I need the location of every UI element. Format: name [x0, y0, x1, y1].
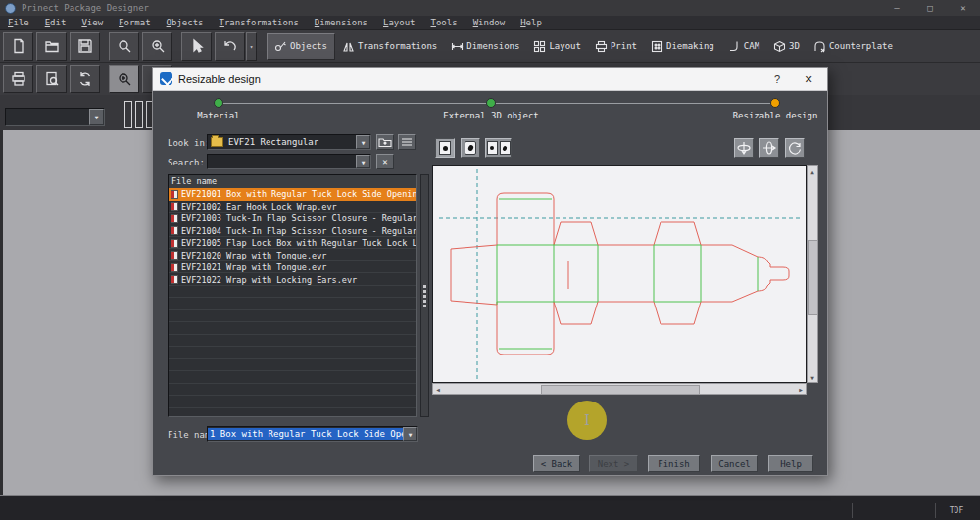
close-button[interactable]: ✕: [947, 0, 980, 16]
vertical-scroll-thumb[interactable]: [808, 240, 818, 315]
chevron-down-icon[interactable]: ▼: [356, 155, 370, 168]
select-tool-button[interactable]: [181, 32, 212, 61]
file-list-row[interactable]: EVF21004 Tuck-In Flap Scissor Closure - …: [169, 225, 416, 238]
maximize-button[interactable]: □: [913, 0, 947, 16]
menu-item[interactable]: Edit: [37, 18, 74, 27]
file-name-combobox[interactable]: 1 Box with Regular Tuck Lock Side Openin…: [207, 426, 418, 442]
file-list-row[interactable]: EVF21002 Ear Hook Lock Wrap.evr: [169, 201, 416, 213]
view-mode-2d-button[interactable]: [435, 138, 455, 158]
cam-icon: [728, 40, 741, 53]
rotate-z-button[interactable]: [785, 138, 805, 158]
dialog-close-button[interactable]: ✕: [798, 71, 819, 88]
menu-item[interactable]: View: [74, 18, 111, 27]
cancel-button[interactable]: Cancel: [711, 455, 758, 472]
scroll-down-icon[interactable]: ▼: [808, 372, 817, 382]
menu-item[interactable]: Transformations: [212, 18, 307, 27]
dialog-title: Resizable design: [178, 73, 261, 85]
new-file-button[interactable]: [3, 32, 33, 61]
search-combobox[interactable]: ▼: [207, 154, 371, 169]
file-name-input[interactable]: 1 Box with Regular Tuck Lock Side Openin…: [208, 428, 403, 440]
file-list-row[interactable]: EVF21005 Flap Lock Box with Regular Tuck…: [169, 237, 416, 250]
counterplate-icon: [813, 40, 826, 53]
refresh-button[interactable]: [70, 65, 100, 93]
chevron-down-icon[interactable]: ▼: [403, 427, 417, 441]
scroll-right-icon[interactable]: ▶: [796, 384, 806, 394]
chevron-down-icon[interactable]: ▼: [89, 109, 104, 125]
file-list-row[interactable]: EVF21021 Wrap with Tongue.evr: [169, 261, 416, 274]
refresh-icon: [77, 71, 93, 87]
folder-up-button[interactable]: [376, 134, 394, 150]
finish-button[interactable]: Finish: [648, 455, 700, 472]
menu-item[interactable]: File: [0, 18, 37, 27]
tab-3d[interactable]: 3D: [766, 33, 807, 60]
undo-dropdown-button[interactable]: ▾: [246, 32, 257, 61]
design-file-icon: [171, 202, 178, 211]
zoom-tool-button[interactable]: [142, 32, 172, 61]
file-list-header[interactable]: File name: [169, 175, 416, 189]
statusbar: TDF: [0, 495, 980, 520]
tab-transformations[interactable]: Transformations: [335, 33, 444, 60]
file-list-row[interactable]: EVF21022 Wrap with Locking Ears.evr: [169, 274, 416, 287]
rotate-y-button[interactable]: [760, 138, 779, 158]
design-file-icon: [171, 190, 178, 199]
help-button[interactable]: Help: [768, 455, 813, 472]
horizontal-scroll-thumb[interactable]: [541, 385, 700, 395]
menu-item[interactable]: Objects: [159, 18, 212, 27]
menu-item[interactable]: Help: [513, 18, 550, 27]
open-folder-icon: [44, 38, 60, 54]
view-mode-split-button[interactable]: [485, 138, 512, 158]
chevron-down-icon[interactable]: ▼: [356, 135, 370, 149]
zoom-in-button[interactable]: [109, 65, 139, 93]
printer-icon: [11, 71, 26, 87]
scroll-up-icon[interactable]: ▲: [808, 166, 817, 176]
tab-dimensions[interactable]: Dimensions: [444, 33, 526, 60]
find-button[interactable]: [109, 32, 139, 61]
window-titlebar: Prinect Package Designer – □ ✕: [0, 0, 980, 16]
transformations-icon: [342, 40, 355, 53]
file-list-row[interactable]: EVF21020 Wrap with Tongue.evr: [169, 250, 416, 262]
back-button[interactable]: < Back: [533, 455, 580, 472]
rotate-y-icon: [761, 140, 777, 156]
print-preview-icon: [44, 71, 60, 87]
design-file-icon: [171, 239, 178, 248]
rotate-x-button[interactable]: [734, 138, 754, 158]
preview-horizontal-scrollbar[interactable]: ◀ ▶: [432, 383, 807, 395]
minimize-button[interactable]: –: [880, 0, 913, 16]
tab-objects[interactable]: Objects: [267, 33, 335, 60]
menu-item[interactable]: Window: [466, 18, 514, 27]
menu-item[interactable]: Tools: [423, 18, 466, 27]
undo-button[interactable]: [215, 32, 245, 61]
menu-item[interactable]: Dimensions: [307, 18, 375, 27]
tab-layout[interactable]: Layout: [526, 33, 588, 60]
open-file-button[interactable]: [36, 32, 67, 61]
wizard-progress-line: [219, 103, 775, 104]
style-combobox[interactable]: ▼: [5, 108, 105, 126]
save-button[interactable]: [70, 32, 100, 61]
view-mode-3d-button[interactable]: [461, 138, 480, 158]
diemaking-icon: [651, 40, 663, 53]
print-preview-button[interactable]: [36, 65, 67, 93]
search-icon: [117, 38, 132, 54]
dialog-help-button[interactable]: ?: [766, 71, 788, 88]
file-list-row[interactable]: EVF21003 Tuck-In Flap Scissor Closure - …: [169, 213, 416, 225]
list-view-button[interactable]: [398, 134, 416, 150]
look-in-combobox[interactable]: EVF21 Rectangular ▼: [207, 134, 371, 150]
tab-diemaking[interactable]: Diemaking: [644, 33, 721, 60]
scroll-left-icon[interactable]: ◀: [433, 384, 443, 394]
clear-search-button[interactable]: ✕: [376, 154, 394, 169]
tab-cam[interactable]: CAM: [721, 33, 766, 60]
print-button[interactable]: [3, 65, 33, 93]
dialog-titlebar[interactable]: Resizable design ? ✕: [153, 68, 827, 91]
zoom-plus-icon: [150, 38, 166, 54]
file-list-row[interactable]: EVF21001 Box with Regular Tuck Lock Side…: [169, 188, 416, 201]
next-button[interactable]: Next >: [589, 455, 638, 472]
tab-print[interactable]: Print: [588, 33, 644, 60]
preview-vertical-scrollbar[interactable]: ▲ ▼: [807, 165, 818, 383]
tab-counterplate[interactable]: Counterplate: [807, 33, 900, 60]
cube-3d-icon: [773, 40, 786, 53]
menu-item[interactable]: Format: [111, 18, 159, 27]
design-preview-canvas[interactable]: [432, 165, 807, 383]
wizard-step-dot: [770, 98, 780, 108]
menu-item[interactable]: Layout: [375, 18, 423, 27]
pane-splitter[interactable]: [420, 174, 429, 417]
